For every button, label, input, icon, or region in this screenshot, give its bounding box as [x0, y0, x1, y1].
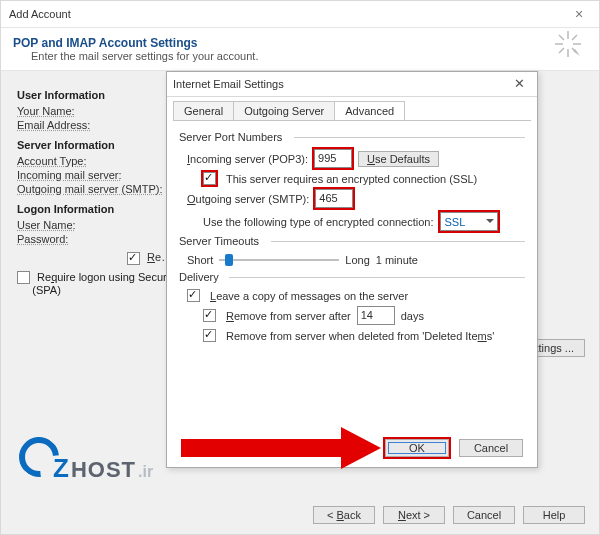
ssl-required-checkbox[interactable] — [203, 172, 216, 185]
dialog-tabs: General Outgoing Server Advanced — [173, 101, 531, 121]
window-close-button[interactable]: × — [559, 1, 599, 27]
logo-domain: .ir — [138, 463, 153, 481]
group-server-timeouts: Server Timeouts — [179, 235, 525, 247]
dialog-close-button[interactable]: ✕ — [501, 72, 537, 96]
internet-email-settings-dialog: Internet Email Settings ✕ General Outgoi… — [166, 71, 538, 468]
tab-outgoing-server[interactable]: Outgoing Server — [233, 101, 335, 120]
wizard-footer: < Back Next > Cancel Help — [313, 506, 585, 524]
label-remove-deleted: Remove from server when deleted from 'De… — [226, 330, 494, 342]
add-account-window: Add Account × POP and IMAP Account Setti… — [0, 0, 600, 535]
tab-general[interactable]: General — [173, 101, 234, 120]
dialog-titlebar: Internet Email Settings ✕ — [167, 72, 537, 97]
label-remove-after-a: Remove from server after — [226, 310, 351, 322]
header-title: POP and IMAP Account Settings — [13, 36, 587, 50]
remove-deleted-checkbox[interactable] — [203, 329, 216, 342]
label-remove-after-b: days — [401, 310, 424, 322]
next-button[interactable]: Next > — [383, 506, 445, 524]
wizard-sparkle-icon — [555, 31, 581, 63]
label-leave-copy: Leave a copy of messages on the server — [210, 290, 408, 302]
tab-advanced[interactable]: Advanced — [334, 101, 405, 120]
dialog-footer: OK Cancel — [385, 439, 523, 457]
label-ssl-required: This server requires an encrypted connec… — [226, 173, 477, 185]
brand-logo: Z HOST .ir — [19, 437, 153, 484]
spa-checkbox[interactable] — [17, 271, 30, 284]
window-title: Add Account — [9, 8, 71, 20]
outgoing-port-input[interactable]: 465 — [315, 189, 353, 208]
remember-password-checkbox[interactable] — [127, 252, 140, 265]
back-button[interactable]: < Back — [313, 506, 375, 524]
header: POP and IMAP Account Settings Enter the … — [1, 28, 599, 71]
timeout-value: 1 minute — [376, 254, 418, 266]
remove-after-days-input[interactable]: 14 — [357, 306, 395, 325]
dialog-title: Internet Email Settings — [173, 78, 284, 90]
dialog-cancel-button[interactable]: Cancel — [459, 439, 523, 457]
ok-button[interactable]: OK — [385, 439, 449, 457]
group-server-ports: Server Port Numbers — [179, 131, 525, 143]
label-incoming-port: Incoming server (POP3): — [187, 153, 308, 165]
leave-copy-checkbox[interactable] — [187, 289, 200, 302]
timeout-slider[interactable] — [219, 253, 339, 267]
remove-after-checkbox[interactable] — [203, 309, 216, 322]
header-subtitle: Enter the mail server settings for your … — [31, 50, 587, 62]
titlebar: Add Account × — [1, 1, 599, 28]
label-long: Long — [345, 254, 369, 266]
use-defaults-button[interactable]: Use Defaults — [358, 151, 439, 167]
label-encryption-type: Use the following type of encrypted conn… — [203, 216, 434, 228]
label-short: Short — [187, 254, 213, 266]
help-button[interactable]: Help — [523, 506, 585, 524]
label-spa: Require logon using Secure (SPA) — [17, 271, 173, 297]
encryption-type-select[interactable]: SSL — [440, 212, 498, 231]
label-outgoing-port: Outgoing server (SMTP): — [187, 193, 309, 205]
logo-text: HOST — [71, 457, 136, 483]
group-delivery: Delivery — [179, 271, 525, 283]
cancel-button[interactable]: Cancel — [453, 506, 515, 524]
incoming-port-input[interactable]: 995 — [314, 149, 352, 168]
